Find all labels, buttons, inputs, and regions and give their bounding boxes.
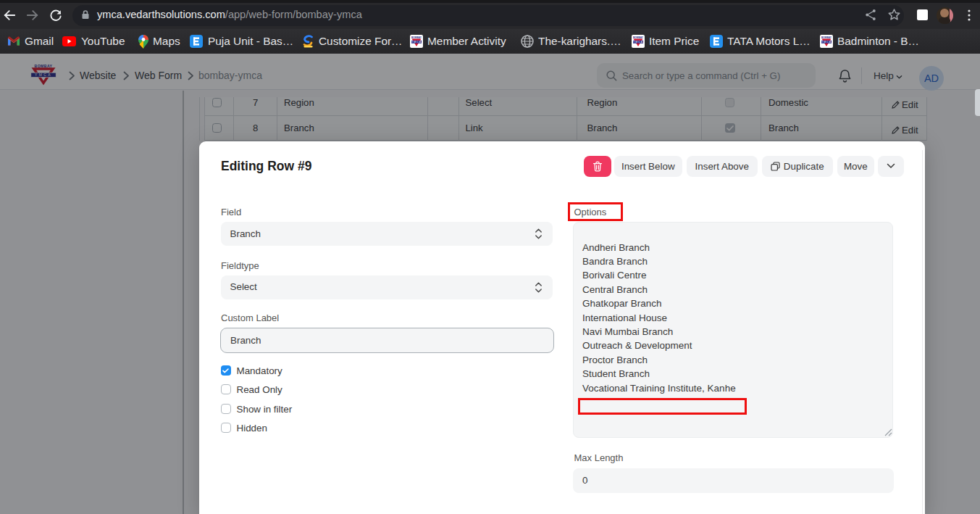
svg-text:YMCA: YMCA	[411, 41, 422, 43]
svg-text:BOMBAY: BOMBAY	[633, 36, 644, 39]
svg-text:YMCA: YMCA	[633, 41, 643, 43]
svg-text:BOMBAY: BOMBAY	[411, 36, 422, 39]
svg-text:BOMBAY: BOMBAY	[821, 36, 832, 39]
svg-text:YMCA: YMCA	[821, 41, 832, 43]
